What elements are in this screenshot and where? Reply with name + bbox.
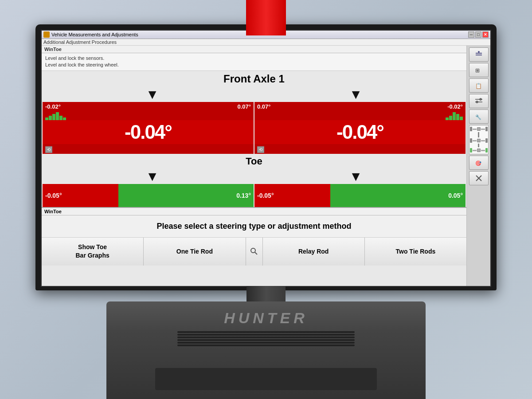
relay-rod-button[interactable]: Relay Rod	[263, 238, 365, 266]
sidebar-btn-7[interactable]	[469, 171, 489, 185]
right-measurement-panel: 0.07° -0.02° -0.04°	[254, 102, 466, 154]
screen: Vehicle Measurements and Adjustments ─ □…	[41, 30, 491, 287]
sidebar-btn-1[interactable]	[469, 47, 489, 62]
svg-point-4	[478, 51, 480, 53]
left-panel-top-right: 0.07°	[237, 103, 251, 110]
arrow-left-top: ▼	[146, 88, 159, 101]
svg-text:⊞: ⊞	[475, 67, 480, 74]
svg-point-0	[251, 248, 255, 253]
right-panel-top-left: 0.07°	[257, 103, 271, 110]
right-panel-top-right: -0.02°	[447, 103, 463, 110]
one-tie-rod-button[interactable]: One Tie Rod	[144, 238, 246, 266]
axle-title: Front Axle 1	[42, 71, 466, 87]
maximize-button[interactable]: □	[475, 31, 481, 38]
two-tie-rods-button[interactable]: Two Tie Rods	[365, 238, 466, 266]
instruction-line2: Level and lock the steering wheel.	[45, 62, 463, 68]
show-toe-bar-graphs-button[interactable]: Show Toe Bar Graphs	[42, 238, 144, 266]
svg-rect-2	[476, 53, 482, 54]
title-bar-left: Vehicle Measurements and Adjustments	[43, 31, 138, 38]
left-panel-top-left: -0.02°	[45, 103, 61, 110]
method-button-row: Show Toe Bar Graphs One Tie Rod Relay Ro…	[42, 237, 466, 266]
app-icon	[43, 31, 50, 38]
left-panel-main: -0.04°	[43, 120, 254, 144]
section-label-top: WinToe	[42, 46, 466, 53]
bottom-arrows: ▼ ▼	[42, 169, 466, 184]
wintoe-bottom-section: WinToe Please select a steering type or …	[42, 207, 466, 286]
vehicle-diagram	[469, 125, 489, 154]
svg-text:📋: 📋	[475, 82, 482, 89]
hunter-base: HUNTER	[106, 301, 426, 399]
instruction-line1: Level and lock the sensors.	[45, 55, 463, 62]
hunter-label: HUNTER	[224, 309, 308, 327]
right-reset-icon[interactable]: ⟲	[257, 146, 264, 153]
svg-text:🎯: 🎯	[475, 160, 481, 166]
window-title: Vehicle Measurements and Adjustments	[51, 32, 138, 37]
svg-rect-3	[476, 55, 482, 55]
bottom-right-val: -0.05°	[257, 192, 274, 199]
top-arrows: ▼ ▼	[42, 87, 466, 102]
bottom-right-panel: -0.05° 0.05°	[254, 184, 466, 207]
ventilation-grills	[177, 331, 355, 346]
window-controls: ─ □ ✕	[468, 31, 489, 38]
arrow-right-bottom: ▼	[349, 170, 363, 183]
left-reset-icon[interactable]: ⟲	[45, 146, 52, 153]
keyboard-area	[155, 368, 377, 390]
monitor-bezel: Vehicle Measurements and Adjustments ─ □…	[35, 24, 497, 290]
arrow-left-bottom: ▼	[146, 170, 159, 183]
toe-label: Toe	[42, 154, 466, 169]
sidebar-btn-3[interactable]: 📋	[469, 78, 489, 93]
sidebar-btn-2[interactable]: ⊞	[469, 63, 489, 77]
sidebar-btn-4[interactable]	[469, 94, 489, 108]
right-sidebar: ⊞ 📋 🔧	[466, 46, 490, 286]
menu-bar: Additional Adjustment Procedures	[42, 39, 490, 46]
left-measurement-panel: -0.02° 0.07° -0.04°	[43, 102, 254, 154]
right-panel-main: -0.04°	[254, 120, 466, 144]
arrow-right-top: ▼	[349, 88, 363, 101]
mounting-pole	[246, 0, 286, 35]
bottom-right-right-val: 0.05°	[448, 192, 463, 199]
steering-prompt: Please select a steering type or adjustm…	[42, 215, 466, 237]
sidebar-btn-6[interactable]: 🎯	[469, 156, 489, 170]
search-icon-button[interactable]	[246, 238, 263, 266]
svg-text:🔧: 🔧	[475, 114, 481, 120]
wintoe-bottom-label: WinToe	[42, 208, 466, 215]
bottom-left-right-val: 0.13°	[236, 192, 251, 199]
search-icon	[250, 247, 258, 255]
sidebar-btn-5[interactable]: 🔧	[469, 110, 489, 124]
instructions: Level and lock the sensors. Level and lo…	[42, 53, 466, 71]
close-button[interactable]: ✕	[482, 31, 489, 38]
menu-item-additional[interactable]: Additional Adjustment Procedures	[43, 39, 117, 45]
bottom-left-val: -0.05°	[45, 192, 62, 199]
bottom-left-panel: -0.05° 0.13°	[43, 184, 254, 207]
svg-line-1	[255, 252, 257, 254]
minimize-button[interactable]: ─	[468, 31, 474, 38]
